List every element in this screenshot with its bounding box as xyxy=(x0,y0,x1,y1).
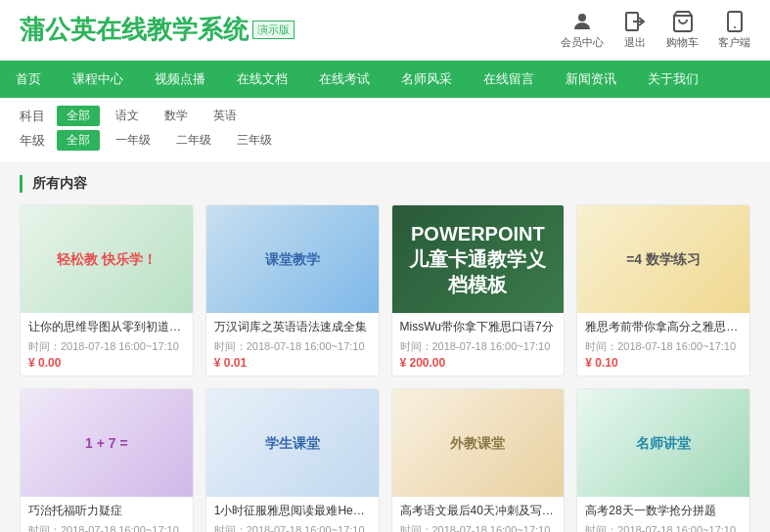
course-card-6[interactable]: 学生课堂1小时征服雅思阅读最难Headings时间：2018-07-18 16:… xyxy=(205,388,380,532)
course-card-4[interactable]: =4 数学练习雅思考前带你拿高分之雅思5分全程课时间：2018-07-18 16… xyxy=(576,204,750,377)
nav-about[interactable]: 关于我们 xyxy=(632,61,714,98)
course-price: ¥ 0.00 xyxy=(28,356,185,370)
course-thumb-text: 名师讲堂 xyxy=(628,426,699,460)
course-thumb-text: POWERPOINT 儿童卡通教学义档模板 xyxy=(392,213,565,305)
header-icons: 会员中心 退出 购物车 客户端 xyxy=(561,10,750,50)
course-grid: 轻松教 快乐学！让你的思维导图从零到初道懂来！时间：2018-07-18 16:… xyxy=(20,204,750,532)
course-thumb-text: 轻松教 快乐学！ xyxy=(49,243,164,276)
subject-tag-english[interactable]: 英语 xyxy=(204,106,247,126)
grade-tag-1[interactable]: 一年级 xyxy=(106,130,160,151)
course-card-5[interactable]: 1 + 7 =巧治托福听力疑症时间：2018-07-18 16:00~17:10… xyxy=(20,388,194,532)
course-title: 巧治托福听力疑症 xyxy=(28,503,185,519)
course-card-8[interactable]: 名师讲堂高考28天一数学抢分拼题时间：2018-07-18 16:00~17:1… xyxy=(576,388,750,532)
course-time: 时间：2018-07-18 16:00~17:10 xyxy=(400,339,557,354)
content-area: 所有内容 轻松教 快乐学！让你的思维导图从零到初道懂来！时间：2018-07-1… xyxy=(0,163,770,532)
grade-label: 年级 xyxy=(20,132,47,150)
nav-exam[interactable]: 在线考试 xyxy=(303,61,385,98)
course-thumb-text: 课堂教学 xyxy=(257,243,328,276)
course-price: ¥ 0.01 xyxy=(214,356,371,370)
logo-area: 蒲公英在线教学系统 演示版 xyxy=(20,13,294,47)
course-title: 雅思考前带你拿高分之雅思5分全程课 xyxy=(585,319,742,335)
course-card-7[interactable]: 外教课堂高考语文最后40天冲刺及写作55分+时间：2018-07-18 16:0… xyxy=(391,388,566,532)
nav-teacher[interactable]: 名师风采 xyxy=(385,61,468,98)
subject-tag-all[interactable]: 全部 xyxy=(57,106,100,126)
logo-title: 蒲公英在线教学系统 xyxy=(20,13,249,47)
nav-courses[interactable]: 课程中心 xyxy=(57,61,139,98)
subject-filter-row: 科目 全部 语文 数学 英语 xyxy=(20,106,750,126)
exit-icon xyxy=(623,10,647,33)
grade-tag-all[interactable]: 全部 xyxy=(57,130,100,151)
cart-icon-item[interactable]: 购物车 xyxy=(666,10,699,50)
person-icon xyxy=(570,10,594,33)
header: 蒲公英在线教学系统 演示版 会员中心 退出 购物车 客户端 xyxy=(0,0,770,61)
nav-message[interactable]: 在线留言 xyxy=(468,61,550,98)
course-title: MissWu带你拿下雅思口语7分 xyxy=(400,319,557,335)
nav-news[interactable]: 新闻资讯 xyxy=(550,61,632,98)
course-title: 1小时征服雅思阅读最难Headings xyxy=(214,503,371,519)
course-title: 高考28天一数学抢分拼题 xyxy=(585,503,742,519)
course-title: 万汉词库之英语语法速成全集 xyxy=(214,319,371,335)
course-thumb-text: 学生课堂 xyxy=(257,426,328,460)
course-time: 时间：2018-07-18 16:00~17:10 xyxy=(214,339,371,354)
course-card-3[interactable]: POWERPOINT 儿童卡通教学义档模板MissWu带你拿下雅思口语7分时间：… xyxy=(391,204,566,377)
nav-home[interactable]: 首页 xyxy=(0,61,57,98)
course-title: 让你的思维导图从零到初道懂来！ xyxy=(28,319,185,335)
course-thumb-text: =4 数学练习 xyxy=(618,243,708,276)
subject-label: 科目 xyxy=(20,108,47,125)
section-title: 所有内容 xyxy=(20,175,750,193)
subject-tag-chinese[interactable]: 语文 xyxy=(106,106,149,126)
course-card-2[interactable]: 课堂教学万汉词库之英语语法速成全集时间：2018-07-18 16:00~17:… xyxy=(205,204,380,377)
main-nav: 首页 课程中心 视频点播 在线文档 在线考试 名师风采 在线留言 新闻资讯 关于… xyxy=(0,61,770,98)
course-time: 时间：2018-07-18 16:00~17:10 xyxy=(28,339,185,354)
exit-icon-item[interactable]: 退出 xyxy=(623,10,647,50)
course-card-1[interactable]: 轻松教 快乐学！让你的思维导图从零到初道懂来！时间：2018-07-18 16:… xyxy=(20,204,194,377)
cart-label: 购物车 xyxy=(666,35,699,50)
course-thumb-text: 1 + 7 = xyxy=(77,426,136,460)
course-price: ¥ 200.00 xyxy=(400,356,557,370)
grade-tag-3[interactable]: 三年级 xyxy=(227,130,282,151)
course-title: 高考语文最后40天冲刺及写作55分+ xyxy=(400,503,557,519)
nav-docs[interactable]: 在线文档 xyxy=(221,61,303,98)
course-thumb-text: 外教课堂 xyxy=(442,426,513,460)
course-time: 时间：2018-07-18 16:00~17:10 xyxy=(585,339,742,354)
svg-point-0 xyxy=(578,14,586,22)
course-time: 时间：2018-07-18 16:00~17:10 xyxy=(400,523,557,532)
member-center-icon-item[interactable]: 会员中心 xyxy=(561,10,604,50)
logo-subtitle: 演示版 xyxy=(252,21,294,39)
filter-bar: 科目 全部 语文 数学 英语 年级 全部 一年级 二年级 三年级 xyxy=(0,98,770,163)
subject-tag-math[interactable]: 数学 xyxy=(155,106,198,126)
cart-icon xyxy=(671,10,695,33)
mobile-icon xyxy=(723,10,747,33)
grade-filter-row: 年级 全部 一年级 二年级 三年级 xyxy=(20,130,750,151)
course-time: 时间：2018-07-18 16:00~17:10 xyxy=(28,523,185,532)
member-center-label: 会员中心 xyxy=(561,35,604,50)
course-price: ¥ 0.10 xyxy=(585,356,742,370)
course-time: 时间：2018-07-18 16:00~17:10 xyxy=(214,523,371,532)
exit-label: 退出 xyxy=(624,35,646,50)
user-panel-icon-item[interactable]: 客户端 xyxy=(718,10,750,50)
user-panel-label: 客户端 xyxy=(718,35,750,50)
nav-video[interactable]: 视频点播 xyxy=(139,61,221,98)
course-time: 时间：2018-07-18 16:00~17:10 xyxy=(585,523,742,532)
grade-tag-2[interactable]: 二年级 xyxy=(166,130,221,151)
